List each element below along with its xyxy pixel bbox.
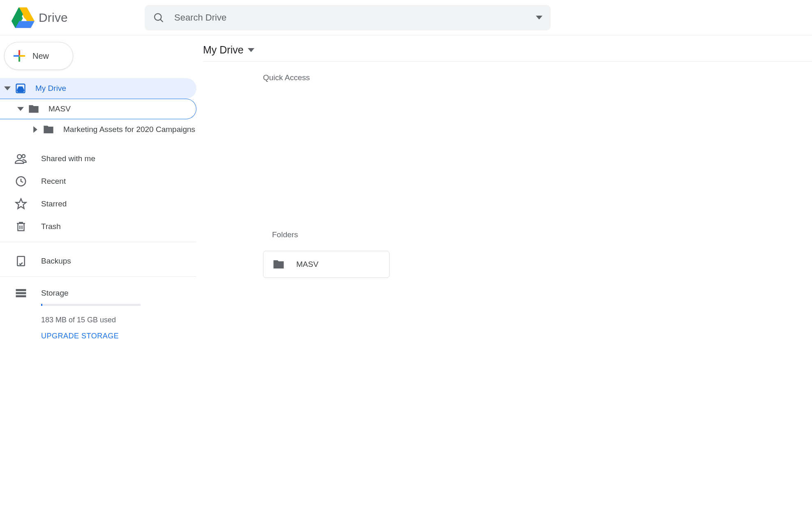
breadcrumb-title: My Drive — [203, 44, 244, 56]
sidebar-item-marketing-assets[interactable]: Marketing Assets for 2020 Campaigns — [0, 119, 196, 140]
search-bar[interactable] — [145, 5, 551, 30]
drive-logo-icon — [12, 6, 35, 29]
chevron-down-icon[interactable] — [248, 48, 254, 52]
sidebar-item-shared[interactable]: Shared with me — [0, 147, 196, 170]
app-name: Drive — [39, 11, 68, 25]
search-options-dropdown-icon[interactable] — [536, 16, 542, 20]
svg-rect-18 — [16, 295, 26, 297]
svg-rect-9 — [14, 55, 19, 57]
sidebar-item-my-drive[interactable]: My Drive — [0, 78, 196, 99]
storage-usage-text: 183 MB of 15 GB used — [41, 316, 196, 324]
search-input[interactable] — [174, 12, 531, 23]
sidebar-item-masv[interactable]: MASV — [0, 99, 196, 119]
svg-rect-17 — [16, 292, 26, 294]
trash-icon — [15, 220, 27, 233]
nav-label: Starred — [41, 199, 67, 208]
search-icon — [153, 12, 164, 23]
tree-label-my-drive: My Drive — [35, 84, 66, 93]
svg-point-12 — [17, 155, 21, 159]
main-content: My Drive Quick Access Folders MASV — [196, 35, 812, 516]
folder-icon — [43, 124, 54, 135]
folder-icon — [272, 258, 285, 271]
new-button-label: New — [32, 51, 49, 61]
clock-icon — [15, 175, 27, 187]
svg-point-5 — [155, 14, 161, 20]
nav-label: Shared with me — [41, 154, 95, 163]
sidebar-item-storage[interactable]: Storage — [15, 285, 196, 301]
storage-label: Storage — [41, 289, 69, 298]
breadcrumb[interactable]: My Drive — [203, 35, 812, 62]
drive-icon — [15, 83, 26, 94]
sidebar-item-backups[interactable]: Backups — [0, 250, 196, 272]
nav-label: Trash — [41, 222, 61, 231]
storage-progress — [41, 304, 141, 306]
folder-card-label: MASV — [296, 260, 318, 269]
header: Drive — [0, 0, 812, 35]
svg-rect-8 — [18, 56, 20, 62]
nav-label: Recent — [41, 177, 66, 186]
sidebar-item-recent[interactable]: Recent — [0, 170, 196, 192]
storage-section: Storage 183 MB of 15 GB used UPGRADE STO… — [0, 277, 196, 340]
storage-icon — [15, 287, 27, 299]
nav-label: Backups — [41, 257, 71, 266]
shared-icon — [15, 153, 27, 165]
sidebar-item-starred[interactable]: Starred — [0, 192, 196, 215]
svg-rect-10 — [19, 55, 25, 57]
sidebar: New My Drive MASV Marketing — [0, 35, 196, 516]
svg-rect-16 — [16, 289, 26, 291]
folder-icon — [28, 103, 39, 115]
tree-label-marketing: Marketing Assets for 2020 Campaigns — [63, 125, 195, 134]
quick-access-heading: Quick Access — [263, 73, 812, 82]
upgrade-storage-link[interactable]: UPGRADE STORAGE — [41, 332, 196, 340]
sidebar-item-trash[interactable]: Trash — [0, 215, 196, 238]
caret-right-icon[interactable] — [32, 126, 39, 133]
folders-heading: Folders — [272, 230, 812, 239]
folder-card-masv[interactable]: MASV — [263, 251, 390, 278]
plus-icon — [12, 49, 27, 63]
svg-point-13 — [22, 155, 25, 158]
new-button[interactable]: New — [4, 42, 73, 70]
tree-label-masv: MASV — [48, 104, 71, 113]
caret-down-icon[interactable] — [17, 106, 24, 112]
svg-line-6 — [161, 19, 163, 22]
svg-rect-7 — [18, 50, 20, 56]
logo-area[interactable]: Drive — [7, 6, 145, 29]
backups-icon — [15, 255, 27, 267]
caret-down-icon[interactable] — [4, 85, 11, 92]
star-icon — [15, 198, 27, 210]
